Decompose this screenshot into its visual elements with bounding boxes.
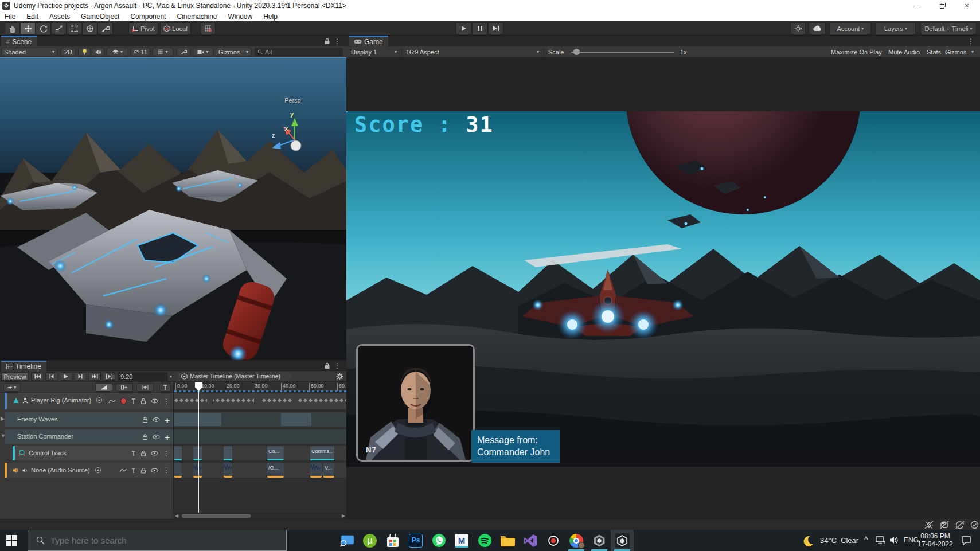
menu-assets[interactable]: Assets (49, 13, 70, 21)
menu-help[interactable]: Help (263, 13, 278, 21)
display-dropdown[interactable]: Display 1▾ (349, 48, 399, 56)
enemy-wave-block[interactable] (174, 413, 221, 426)
menu-edit[interactable]: Edit (26, 13, 38, 21)
game-gizmos-dropdown[interactable]: Gizmos (945, 49, 966, 56)
pin-icon[interactable] (131, 398, 136, 404)
timeline-lock-icon[interactable] (324, 362, 330, 369)
pause-button[interactable] (472, 22, 487, 34)
taskbar-clock[interactable]: 08:06 PM 17-04-2022 (916, 532, 954, 548)
taskbar-app-utorrent[interactable]: µ (358, 530, 381, 551)
audio-clip[interactable]: V... (323, 463, 334, 478)
taskbar-app-file-explorer[interactable] (496, 530, 519, 551)
eye-icon[interactable] (151, 468, 158, 473)
timecode-dropdown-arrow[interactable]: ▾ (170, 374, 172, 379)
audio-clip[interactable]: /O... (267, 463, 284, 478)
track-content-station-commander[interactable] (174, 429, 346, 444)
menu-window[interactable]: Window (228, 13, 253, 21)
close-button[interactable]: × (958, 1, 975, 10)
menu-component[interactable]: Component (130, 13, 166, 21)
timecode-field[interactable]: 9:20 (118, 372, 168, 381)
weather-moon-icon[interactable] (802, 535, 814, 546)
account-dropdown[interactable]: Account▾ (830, 22, 871, 34)
game-panel-menu-kebab[interactable]: ⋮ (967, 37, 974, 45)
enemy-wave-block[interactable] (281, 413, 311, 426)
taskbar-app-screen-search[interactable] (335, 530, 358, 551)
weather-desc[interactable]: Clear (841, 536, 858, 545)
grid-snapping-button[interactable] (200, 22, 216, 34)
track-kebab[interactable]: ⋮ (163, 466, 170, 474)
lock-icon[interactable] (142, 416, 148, 423)
play-button[interactable] (456, 22, 471, 34)
track-header-station-commander[interactable]: Station Commander + (5, 429, 173, 444)
mute-audio-toggle[interactable]: Mute Audio (888, 49, 920, 56)
scene-visibility-button[interactable]: 11 (131, 48, 150, 56)
play-range-button[interactable] (103, 372, 115, 381)
lock-icon[interactable] (140, 398, 146, 404)
scene-grid-dropdown[interactable]: ▾ (153, 48, 173, 56)
action-center-icon[interactable] (961, 536, 971, 545)
lock-icon[interactable] (142, 433, 148, 440)
track-header-audio[interactable]: None (Audio Source) ⋮ (5, 463, 173, 478)
rect-tool-button[interactable] (67, 22, 82, 34)
menu-file[interactable]: File (5, 13, 15, 21)
preview-toggle-button[interactable]: Preview (1, 372, 29, 381)
stats-toggle[interactable]: Stats (927, 49, 941, 56)
audio-clip[interactable] (193, 463, 202, 478)
track-content-audio[interactable]: /O... V... (174, 463, 346, 478)
add-override-button[interactable]: + (165, 415, 170, 424)
track-header-enemy-waves[interactable]: Enemy Waves + (5, 412, 173, 427)
focus-mode-button[interactable] (790, 22, 806, 34)
scene-viewport[interactable]: y x z Persp (0, 57, 346, 360)
tab-scene[interactable]: # Scene (1, 36, 37, 46)
taskbar-app-unity-editor[interactable] (611, 530, 634, 551)
scene-tools-button[interactable] (177, 48, 190, 56)
timeline-menu-kebab[interactable]: ⋮ (334, 362, 341, 370)
markers-toggle-button[interactable] (159, 383, 171, 392)
timeline-breadcrumb[interactable]: Master Timeline (Master Timeline) (178, 372, 292, 381)
taskbar-app-whatsapp[interactable] (427, 530, 450, 551)
add-override-button[interactable]: + (165, 432, 170, 441)
menu-gameobject[interactable]: GameObject (81, 13, 119, 21)
ripple-mode-button[interactable] (116, 383, 133, 392)
taskbar-app-spotify[interactable] (473, 530, 496, 551)
panel-lock-icon[interactable] (324, 38, 330, 45)
track-kebab[interactable]: ⋮ (163, 450, 170, 458)
eye-icon[interactable] (151, 451, 158, 456)
taskbar-app-m-app[interactable]: M (450, 530, 473, 551)
move-tool-button[interactable] (20, 22, 36, 34)
scrollbar-thumb[interactable] (182, 514, 251, 518)
maximize-on-play-toggle[interactable]: Maximize On Play (831, 49, 882, 56)
lock-icon[interactable] (140, 450, 146, 456)
scroll-left-arrow[interactable]: ◀ (175, 513, 178, 519)
taskbar-app-chrome[interactable] (565, 530, 588, 551)
audio-clip[interactable] (174, 463, 182, 478)
curves-toggle-icon[interactable] (108, 398, 116, 404)
taskbar-app-recorder[interactable] (542, 530, 565, 551)
taskbar-app-microsoft-store[interactable] (381, 530, 404, 551)
local-toggle-button[interactable]: Local (160, 22, 191, 34)
scale-slider-thumb[interactable] (573, 49, 580, 55)
volume-icon[interactable] (889, 536, 899, 545)
custom-tool-button[interactable] (97, 22, 113, 34)
add-track-button[interactable]: +▾ (3, 383, 21, 392)
track-content-player-rig[interactable] (174, 393, 346, 409)
scene-gizmos-dropdown[interactable]: Gizmos▾ (216, 48, 251, 56)
scene-search-field[interactable] (255, 48, 343, 56)
weather-temp[interactable]: 34°C (820, 536, 837, 545)
game-gizmos-arrow[interactable]: ▾ (971, 49, 974, 54)
rotate-tool-button[interactable] (36, 22, 51, 34)
start-button[interactable] (0, 530, 23, 551)
game-viewport[interactable]: Score : 31 (346, 57, 980, 519)
tab-game[interactable]: Game (349, 36, 388, 46)
track-header-player-rig[interactable]: Player Rig (Animator) ⋮ (5, 393, 173, 409)
eye-icon[interactable] (151, 398, 158, 404)
pin-icon[interactable] (131, 450, 136, 456)
step-button[interactable] (488, 22, 503, 34)
pivot-toggle-button[interactable]: Pivot (128, 22, 158, 34)
transform-tool-button[interactable] (82, 22, 97, 34)
audio-clip[interactable] (224, 463, 232, 478)
track-header-control-track[interactable]: Control Track ⋮ (13, 446, 173, 460)
persp-label[interactable]: Persp (284, 97, 301, 104)
scene-camera-dropdown[interactable]: ▾ (193, 48, 213, 56)
scale-tool-button[interactable] (51, 22, 67, 34)
